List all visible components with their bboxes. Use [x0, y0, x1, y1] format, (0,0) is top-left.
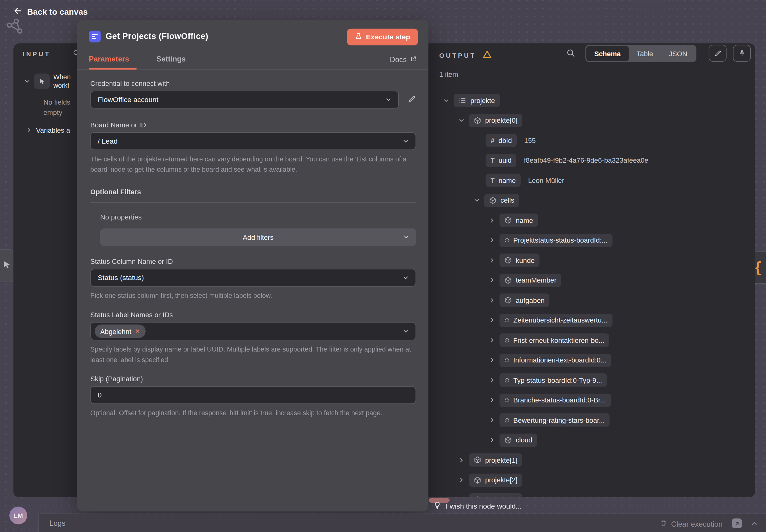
variables-section-toggle[interactable]: Variables a — [25, 126, 77, 134]
chevron-right-icon[interactable] — [489, 416, 496, 423]
chevron-right-icon[interactable] — [458, 456, 465, 463]
chevron-right-icon[interactable] — [489, 317, 496, 323]
add-filters-button[interactable]: Add filters — [100, 228, 416, 246]
schema-key-chip[interactable]: aufgaben — [500, 293, 550, 307]
schema-tree-row[interactable]: Typ-status-boardId:0-Typ-9... — [489, 373, 607, 387]
schema-tree-row[interactable]: Informationen-text-boardId:0... — [489, 353, 611, 367]
back-to-canvas-button[interactable]: Back to canvas — [13, 6, 88, 18]
schema-key-chip[interactable]: #dbId — [486, 134, 517, 147]
chevron-right-icon[interactable] — [458, 496, 465, 497]
schema-tree-row[interactable]: Projektstatus-status-boardId:... — [489, 234, 612, 247]
schema-key-chip[interactable]: name — [500, 214, 538, 227]
schema-key-chip[interactable]: cloud — [500, 433, 537, 447]
schema-key-chip[interactable]: projekte[0] — [469, 114, 522, 127]
schema-key-chip[interactable]: Zeitenübersicht-zeitauswertu... — [500, 313, 612, 327]
schema-tree-row[interactable]: Tuuidf8eafb49-f9b2-4a76-9de6-ba323afeea0… — [486, 154, 649, 167]
docs-link[interactable]: Docs — [390, 55, 417, 64]
node-feedback-link[interactable]: I wish this node would... — [433, 501, 522, 510]
status-column-label: Status Column Name or ID — [90, 258, 416, 265]
arrow-left-icon — [13, 6, 23, 18]
chevron-down-icon[interactable] — [458, 117, 465, 124]
modal-tabs: Parameters Settings Docs — [77, 51, 428, 69]
schema-tree-row[interactable]: TnameLeon Müller — [486, 174, 564, 187]
schema-tree-row[interactable]: cells — [473, 194, 519, 207]
schema-tree-row[interactable]: projekte[0] — [458, 114, 522, 127]
schema-key-chip[interactable]: projekte[1] — [469, 453, 522, 467]
input-node-edge-toggle[interactable] — [0, 249, 15, 282]
schema-tree-row[interactable]: projekte[1] — [458, 453, 522, 467]
schema-key-chip[interactable]: projekte[3] — [469, 493, 522, 497]
chevron-right-icon[interactable] — [489, 436, 496, 443]
schema-value: 155 — [524, 136, 536, 144]
schema-key-chip[interactable]: Informationen-text-boardId:0... — [500, 353, 611, 367]
edit-credential-icon[interactable] — [408, 95, 416, 105]
schema-key-chip[interactable]: Frist-erneut-kontaktieren-bo... — [500, 333, 609, 347]
schema-key-chip[interactable]: kunde — [500, 254, 540, 267]
cube-small-icon — [505, 357, 510, 362]
schema-tree-row[interactable]: kunde — [489, 254, 540, 267]
input-trigger-node-row[interactable]: When workf — [24, 73, 73, 90]
schema-tree-row[interactable]: projekte — [443, 94, 500, 107]
schema-key-chip[interactable]: Tname — [486, 174, 521, 187]
schema-tree-row[interactable]: Frist-erneut-kontaktieren-bo... — [489, 333, 609, 347]
schema-key-label: teamMember — [516, 276, 556, 284]
schema-tree-row[interactable]: Branche-status-boardId:0-Br... — [489, 393, 611, 407]
user-avatar[interactable]: LM — [9, 507, 27, 525]
schema-key-chip[interactable]: Projektstatus-status-boardId:... — [500, 234, 612, 247]
cube-small-icon — [505, 397, 510, 402]
output-schema-tree: projekteprojekte[0]#dbId155Tuuidf8eafb49… — [425, 43, 755, 497]
chevron-right-icon[interactable] — [489, 297, 496, 303]
status-labels-label: Status Label Names or IDs — [90, 311, 416, 318]
schema-tree-row[interactable]: cloud — [489, 433, 537, 447]
logs-toggle[interactable]: Logs — [49, 519, 65, 527]
chevron-right-icon[interactable] — [489, 237, 496, 244]
chevron-right-icon[interactable] — [489, 337, 496, 343]
board-select[interactable]: / Lead — [90, 132, 416, 150]
execute-step-button[interactable]: Execute step — [347, 29, 418, 46]
cursor-icon — [2, 260, 12, 272]
no-properties-text: No properties — [100, 213, 416, 221]
tab-parameters[interactable]: Parameters — [89, 55, 129, 63]
status-column-select[interactable]: Status (status) — [90, 269, 416, 287]
open-logs-panel-icon[interactable] — [732, 518, 742, 528]
schema-key-chip[interactable]: teamMember — [500, 273, 561, 287]
schema-tree-row[interactable]: teamMember — [489, 273, 561, 287]
schema-tree-row[interactable]: name — [489, 214, 538, 227]
chevron-right-icon[interactable] — [489, 397, 496, 403]
skip-input[interactable] — [98, 391, 409, 399]
remove-tag-icon[interactable]: ✕ — [135, 328, 140, 335]
schema-tree-row[interactable]: aufgaben — [489, 293, 550, 307]
chevron-right-icon[interactable] — [458, 476, 465, 483]
schema-tree-row[interactable]: Zeitenübersicht-zeitauswertu... — [489, 313, 612, 327]
schema-tree-row[interactable]: #dbId155 — [486, 134, 536, 147]
output-panel: OUTPUT SchemaTableJSON 1 item projektepr… — [425, 43, 755, 497]
chevron-right-icon[interactable] — [489, 217, 496, 224]
external-link-icon — [410, 55, 417, 64]
chevron-right-icon[interactable] — [489, 277, 496, 283]
status-column-help-text: Pick one status column first, then selec… — [90, 291, 416, 301]
chevron-down-icon[interactable] — [443, 97, 450, 104]
schema-key-chip[interactable]: Typ-status-boardId:0-Typ-9... — [500, 373, 607, 387]
chevron-right-icon[interactable] — [489, 257, 496, 264]
schema-key-chip[interactable]: Bewertung-rating-stars-boar... — [500, 413, 610, 427]
schema-tree-row[interactable]: Bewertung-rating-stars-boar... — [489, 413, 610, 427]
status-labels-multiselect[interactable]: Abgelehnt ✕ — [90, 322, 416, 340]
credential-select[interactable]: FlowOffice account — [90, 91, 399, 109]
cube-icon — [474, 117, 482, 124]
cube-small-icon — [505, 318, 510, 323]
clear-execution-button[interactable]: Clear execution — [660, 520, 723, 529]
schema-tree-row[interactable]: projekte[3] — [458, 493, 522, 497]
schema-key-chip[interactable]: cells — [484, 194, 519, 207]
chevron-right-icon[interactable] — [489, 377, 496, 383]
schema-key-chip[interactable]: projekte — [454, 94, 500, 107]
chevron-right-icon[interactable] — [489, 357, 496, 363]
schema-key-chip[interactable]: Tuuid — [486, 154, 517, 167]
schema-tree-row[interactable]: projekte[2] — [458, 473, 522, 487]
tab-settings[interactable]: Settings — [156, 55, 186, 63]
schema-key-chip[interactable]: projekte[2] — [469, 473, 522, 487]
chevron-up-icon[interactable] — [751, 520, 758, 529]
schema-key-label: Projektstatus-status-boardId:... — [513, 236, 607, 244]
chevron-down-icon[interactable] — [24, 78, 31, 85]
schema-key-chip[interactable]: Branche-status-boardId:0-Br... — [500, 393, 611, 407]
chevron-down-icon[interactable] — [473, 197, 480, 204]
